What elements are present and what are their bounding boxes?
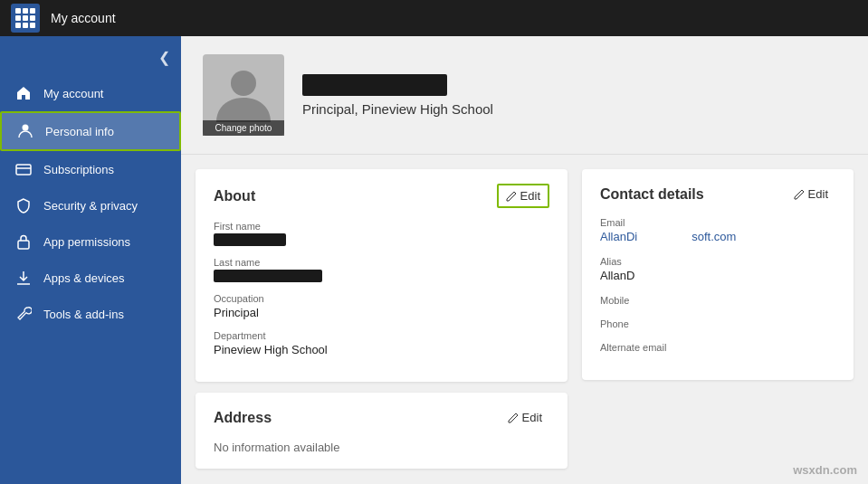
pencil-icon-address <box>508 413 519 423</box>
sidebar-label-security: Security & privacy <box>43 199 138 213</box>
chevron-left-icon: ❮ <box>158 49 170 66</box>
sidebar-item-tools-addins[interactable]: Tools & add-ins <box>0 296 181 332</box>
contact-edit-label: Edit <box>808 187 828 201</box>
left-column: About Edit First name <box>196 169 568 470</box>
sidebar-label-app-permissions: App permissions <box>43 235 130 249</box>
home-icon <box>14 84 33 102</box>
content-area: Change photo Principal, Pineview High Sc… <box>181 36 868 484</box>
card-icon <box>14 160 33 178</box>
email-value: AllanDi soft.com <box>600 230 835 243</box>
title-bar: My account <box>0 0 868 36</box>
right-column: Contact details Edit Email <box>582 169 854 470</box>
email-part1: AllanDi <box>600 230 637 243</box>
mobile-label: Mobile <box>600 295 835 306</box>
alias-field: Alias AllanD <box>600 256 835 282</box>
email-label: Email <box>600 217 835 228</box>
email-field: Email AllanDi soft.com <box>600 217 835 243</box>
lock-icon <box>14 233 33 251</box>
pencil-icon-contact <box>794 189 805 200</box>
profile-name-redacted <box>302 74 447 96</box>
phone-label: Phone <box>600 318 835 329</box>
address-edit-label: Edit <box>522 411 542 424</box>
contact-edit-button[interactable]: Edit <box>787 184 835 204</box>
about-card-header: About Edit <box>214 184 549 208</box>
svg-rect-1 <box>16 165 31 175</box>
alternate-email-field: Alternate email <box>600 342 835 353</box>
apps-icon[interactable] <box>11 4 40 33</box>
sidebar: ❮ My account Personal <box>0 36 181 484</box>
occupation-field: Occupation Principal <box>214 293 549 319</box>
pencil-icon <box>506 191 517 202</box>
department-field: Department Pineview High School <box>214 330 549 356</box>
sidebar-collapse-btn[interactable]: ❮ <box>0 43 181 71</box>
address-card-header: Address Edit <box>214 407 549 428</box>
contact-details-card: Contact details Edit Email <box>582 169 854 380</box>
address-edit-button[interactable]: Edit <box>501 407 549 428</box>
profile-header: Change photo Principal, Pineview High Sc… <box>181 36 868 155</box>
svg-point-0 <box>23 125 29 131</box>
profile-title: Principal, Pineview High School <box>302 101 846 117</box>
last-name-value-redacted <box>214 270 322 282</box>
contact-title: Contact details <box>600 186 704 203</box>
phone-field: Phone <box>600 318 835 329</box>
sidebar-label-apps-devices: Apps & devices <box>43 271 125 285</box>
cards-area: About Edit First name <box>181 155 868 484</box>
svg-rect-3 <box>18 241 29 249</box>
sidebar-item-subscriptions[interactable]: Subscriptions <box>0 151 181 187</box>
address-title: Address <box>214 410 272 426</box>
email-part2: soft.com <box>692 230 736 243</box>
sidebar-item-apps-devices[interactable]: Apps & devices <box>0 260 181 296</box>
wrench-icon <box>14 305 33 323</box>
alias-label: Alias <box>600 256 835 267</box>
svg-point-5 <box>231 71 256 96</box>
address-no-info: No information available <box>214 441 549 454</box>
change-photo-button[interactable]: Change photo <box>203 120 284 136</box>
mobile-field: Mobile <box>600 295 835 306</box>
download-icon <box>14 269 33 287</box>
profile-info: Principal, Pineview High School <box>302 74 846 117</box>
alias-value: AllanD <box>600 269 835 282</box>
app-title: My account <box>51 11 116 25</box>
avatar-container: Change photo <box>203 54 284 136</box>
alternate-email-label: Alternate email <box>600 342 835 353</box>
last-name-label: Last name <box>214 257 549 268</box>
occupation-value: Principal <box>214 306 549 319</box>
contact-card-header: Contact details Edit <box>600 184 835 204</box>
sidebar-label-tools: Tools & add-ins <box>43 308 124 321</box>
first-name-field: First name <box>214 221 549 246</box>
sidebar-item-personal-info[interactable]: Personal info <box>0 111 181 151</box>
about-edit-button[interactable]: Edit <box>497 184 549 208</box>
last-name-field: Last name <box>214 257 549 282</box>
sidebar-label-my-account: My account <box>43 87 103 100</box>
department-label: Department <box>214 330 549 341</box>
first-name-label: First name <box>214 221 549 232</box>
occupation-label: Occupation <box>214 293 549 304</box>
sidebar-label-subscriptions: Subscriptions <box>43 163 114 176</box>
sidebar-label-personal-info: Personal info <box>45 125 114 138</box>
about-edit-label: Edit <box>520 189 540 203</box>
sidebar-item-my-account[interactable]: My account <box>0 75 181 111</box>
address-card: Address Edit No information available <box>196 393 568 469</box>
person-icon <box>16 122 34 140</box>
sidebar-item-security-privacy[interactable]: Security & privacy <box>0 187 181 223</box>
about-card: About Edit First name <box>196 169 568 382</box>
department-value: Pineview High School <box>214 343 549 356</box>
about-title: About <box>214 188 255 204</box>
first-name-value-redacted <box>214 233 286 246</box>
shield-icon <box>14 196 33 214</box>
sidebar-item-app-permissions[interactable]: App permissions <box>0 223 181 260</box>
